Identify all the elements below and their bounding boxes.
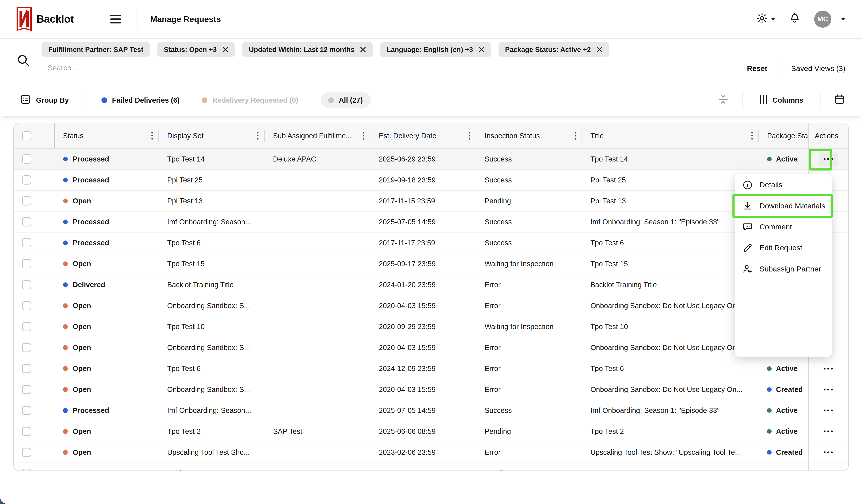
divider [779, 60, 780, 78]
row-actions-button[interactable] [819, 403, 838, 418]
row-checkbox[interactable] [22, 301, 31, 310]
menu-item-download-materials[interactable]: Download Materials [734, 196, 832, 216]
row-density-button[interactable] [718, 94, 729, 107]
sub-assigned-cell [265, 253, 371, 274]
table-row[interactable]: Open Upscaling Tool Test Sho... 2023-02-… [14, 442, 848, 463]
filter-chip-label: Status: Open +3 [164, 46, 217, 54]
row-actions-button[interactable] [819, 361, 838, 376]
table-row[interactable]: Open Ppi Test 13 2017-11-15 23:59 Pendin… [14, 190, 848, 212]
table-row[interactable]: Open Onboarding Sandbox: S... 2020-04-03… [14, 295, 848, 316]
row-actions-button[interactable] [819, 152, 838, 167]
row-checkbox[interactable] [22, 196, 31, 205]
package-status-label: Active [776, 407, 798, 414]
column-header-label: Display Set [167, 132, 204, 140]
row-checkbox[interactable] [22, 175, 31, 185]
column-menu-icon[interactable] [468, 131, 471, 141]
menu-item-details[interactable]: Details [734, 174, 832, 195]
row-checkbox[interactable] [22, 259, 31, 268]
row-actions-button[interactable] [819, 382, 838, 397]
status-label: Open [73, 427, 91, 436]
filter-chip[interactable]: Updated Within: Last 12 months [242, 42, 373, 57]
menu-item-subassign-partner[interactable]: Subassign Partner [734, 258, 832, 279]
row-actions-button[interactable] [819, 424, 838, 439]
row-checkbox[interactable] [22, 280, 31, 290]
chip-close-icon[interactable] [597, 47, 602, 53]
row-actions-button[interactable] [819, 445, 838, 460]
filter-chip[interactable]: Package Status: Active +2 [498, 42, 609, 57]
row-checkbox[interactable] [22, 343, 31, 352]
column-header-label: Actions [815, 132, 838, 140]
column-header[interactable]: Package Status [759, 123, 808, 148]
column-header[interactable]: Inspection Status [476, 123, 582, 148]
row-checkbox[interactable] [22, 238, 31, 248]
title-cell: Imf Onboarding: Season 1: "Episode 33" [582, 400, 759, 421]
display-set-cell: Imf Onboarding: Season... [159, 212, 265, 232]
column-header[interactable]: Status [55, 123, 159, 148]
status-label: Processed [73, 407, 109, 414]
view-tab[interactable]: Redelivery Requested (0) [202, 96, 299, 104]
view-tab[interactable]: All (27) [321, 92, 371, 108]
column-menu-icon[interactable] [150, 131, 154, 141]
columns-button[interactable]: Columns [756, 94, 807, 106]
calendar-button[interactable] [834, 94, 845, 107]
column-menu-icon[interactable] [750, 131, 754, 141]
est-delivery-date-cell: 2023-03-17 23:59 [370, 463, 476, 471]
column-header[interactable]: Sub Assigned Fulfillme... [265, 123, 371, 148]
table-row[interactable]: Delivered Backlot Training Title 2024-01… [14, 275, 848, 295]
table-row[interactable]: Processed Imf Onboarding: Season... 2025… [14, 212, 848, 233]
filter-chip[interactable]: Fulfillment Partner: SAP Test [41, 42, 150, 57]
table-row[interactable]: Open Onboarding Sandbox: S... 2020-04-03… [14, 379, 848, 400]
table-row[interactable]: Processed Tpo Test 14 Deluxe APAC 2025-0… [14, 149, 848, 170]
sub-assigned-cell: SAP Test [265, 421, 371, 441]
select-all-checkbox[interactable] [22, 131, 31, 141]
status-label: Processed [73, 239, 109, 247]
column-menu-icon[interactable] [574, 131, 577, 141]
reset-button[interactable]: Reset [744, 64, 771, 74]
filter-chip[interactable]: Status: Open +3 [157, 42, 235, 57]
title-cell: Tpo Test 15 [582, 253, 759, 274]
row-checkbox[interactable] [22, 385, 31, 394]
menu-item-edit-request[interactable]: Edit Request [734, 238, 832, 258]
columns-label: Columns [772, 96, 803, 104]
saved-views-button[interactable]: Saved Views (3) [788, 64, 849, 74]
table-row[interactable]: Processed Ppi Test 25 2019-09-18 23:59 S… [14, 170, 848, 190]
column-header[interactable]: Title [582, 123, 759, 148]
column-header[interactable]: Display Set [159, 123, 265, 148]
column-menu-icon[interactable] [362, 131, 365, 141]
row-checkbox[interactable] [22, 448, 31, 457]
table-row[interactable]: Open Tpo Test 10 2020-09-29 23:59 Waitin… [14, 316, 848, 337]
display-set-cell: Tpo Test 10 [159, 316, 265, 337]
table-row[interactable]: Processed Imf Onboarding: Season... 2025… [14, 400, 848, 421]
chip-close-icon[interactable] [360, 47, 366, 53]
settings-button[interactable] [756, 12, 775, 26]
menu-item-comment[interactable]: Comment [734, 216, 832, 237]
inspection-status-cell: Pending [476, 190, 582, 211]
column-header[interactable]: Actions [808, 123, 848, 148]
table-row[interactable]: Processed Tpo Test 6 2017-11-17 23:59 Su… [14, 233, 848, 253]
sub-assigned-cell [265, 190, 371, 211]
view-tab[interactable]: Failed Deliveries (6) [102, 96, 180, 104]
search-input[interactable] [47, 63, 337, 73]
chip-close-icon[interactable] [479, 47, 485, 53]
package-status-label: Created [776, 385, 803, 394]
table-row[interactable]: Backlot... 2023-03-17 23:59 Pending [14, 463, 848, 471]
row-checkbox[interactable] [22, 322, 31, 331]
table-row[interactable]: Open Tpo Test 6 2024-12-09 23:59 Error T… [14, 358, 848, 379]
column-menu-icon[interactable] [256, 131, 260, 141]
row-checkbox[interactable] [22, 364, 31, 373]
row-checkbox[interactable] [22, 217, 31, 226]
chip-close-icon[interactable] [222, 47, 228, 53]
row-checkbox[interactable] [22, 155, 31, 163]
table-row[interactable]: Open Onboarding Sandbox: S... 2020-04-03… [14, 337, 848, 358]
filter-chip[interactable]: Language: English (en) +3 [380, 42, 491, 57]
table-row[interactable]: Open Tpo Test 2 SAP Test 2025-06-06 08:5… [14, 421, 848, 442]
hamburger-menu-icon[interactable] [108, 13, 123, 26]
table-row[interactable]: Open Tpo Test 15 2025-09-17 23:59 Waitin… [14, 253, 848, 275]
column-header[interactable]: Est. Delivery Date [370, 123, 476, 148]
row-checkbox[interactable] [22, 469, 31, 471]
inspection-status-cell: Pending [476, 421, 582, 441]
group-by-button[interactable]: Group By [16, 93, 72, 107]
row-checkbox[interactable] [22, 406, 31, 415]
row-checkbox[interactable] [22, 427, 31, 436]
account-menu-button[interactable]: MC [814, 11, 846, 28]
